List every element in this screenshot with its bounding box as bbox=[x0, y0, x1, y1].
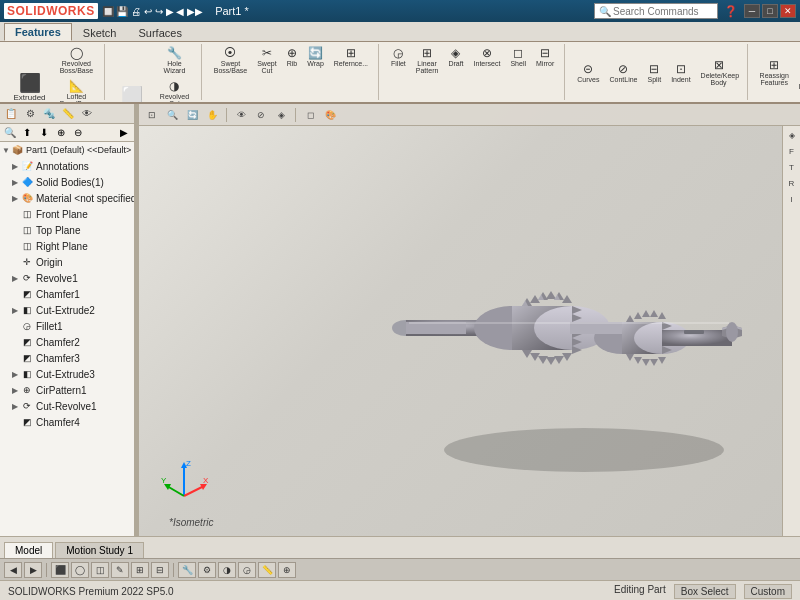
cmd-sep-2 bbox=[173, 563, 174, 577]
vp-zoom-in-btn[interactable]: 🔍 bbox=[163, 107, 181, 123]
tree-icon-1[interactable]: 🔍 bbox=[2, 125, 18, 141]
cmd-btn-5[interactable]: ◫ bbox=[91, 562, 109, 578]
cmd-btn-10[interactable]: ⚙ bbox=[198, 562, 216, 578]
reassign-features-btn[interactable]: ⊞Reassign Features bbox=[756, 56, 793, 88]
swept-cut-btn[interactable]: ✂Swept Cut bbox=[253, 44, 280, 76]
svg-marker-16 bbox=[546, 357, 556, 365]
tree-item-cut-extrude3[interactable]: ▶ ◧ Cut-Extrude3 bbox=[0, 366, 134, 382]
tree-item-chamfer3[interactable]: ◩ Chamfer3 bbox=[0, 350, 134, 366]
tree-item-front-plane[interactable]: ◫ Front Plane bbox=[0, 206, 134, 222]
vp-view-orientation-btn[interactable]: 👁 bbox=[232, 107, 250, 123]
extruded-boss-btn[interactable]: ⬛ ExtrudedBoss/Base bbox=[6, 71, 53, 104]
rp-view-iso[interactable]: I bbox=[785, 192, 799, 206]
swept-boss-btn[interactable]: ⦿Swept Boss/Base bbox=[210, 44, 251, 76]
sidebar-tab-dimxpert[interactable]: 📏 bbox=[59, 105, 77, 123]
cmd-btn-14[interactable]: ⊕ bbox=[278, 562, 296, 578]
tree-icon-5[interactable]: ⊖ bbox=[70, 125, 86, 141]
rp-view-selector[interactable]: ◈ bbox=[785, 128, 799, 142]
delete-keep-body-btn[interactable]: ⊠Delete/Keep Body bbox=[697, 56, 741, 88]
vp-edit-appearance-btn[interactable]: 🎨 bbox=[321, 107, 339, 123]
tree-item-cut-revolve1[interactable]: ▶ ⟳ Cut-Revolve1 bbox=[0, 398, 134, 414]
tab-model[interactable]: Model bbox=[4, 542, 53, 558]
sidebar-tab-config[interactable]: 🔩 bbox=[40, 105, 58, 123]
search-box[interactable]: 🔍 bbox=[594, 3, 718, 19]
tree-item-chamfer4[interactable]: ◩ Chamfer4 bbox=[0, 414, 134, 430]
extruded-cut-btn[interactable]: ⬜ ExtrudedCut bbox=[113, 84, 152, 104]
svg-marker-37 bbox=[634, 357, 642, 364]
revolved-cut-btn[interactable]: ◑Revolved Cut bbox=[154, 77, 195, 104]
tree-icon-2[interactable]: ⬆ bbox=[19, 125, 35, 141]
rp-view-front[interactable]: F bbox=[785, 144, 799, 158]
search-input[interactable] bbox=[613, 6, 713, 17]
svg-rect-49 bbox=[570, 322, 622, 334]
rp-view-top[interactable]: T bbox=[785, 160, 799, 174]
tree-item-cirpattern1[interactable]: ▶ ⊕ CirPattern1 bbox=[0, 382, 134, 398]
sidebar-tab-propmgr[interactable]: ⚙ bbox=[21, 105, 39, 123]
tree-expand-btn[interactable]: ▶ bbox=[116, 125, 132, 141]
curves-btn[interactable]: ⊝Curves bbox=[573, 60, 603, 85]
tree-item-cut-extrude2[interactable]: ▶ ◧ Cut-Extrude2 bbox=[0, 302, 134, 318]
contline-btn[interactable]: ⊘ContLine bbox=[605, 60, 641, 85]
vp-hide-show-btn[interactable]: ◻ bbox=[301, 107, 319, 123]
mirror-btn[interactable]: ⊟Mirror bbox=[532, 44, 558, 76]
maximize-button[interactable]: □ bbox=[762, 4, 778, 18]
lofted-boss-btn[interactable]: 📐Lofted Boss/Base bbox=[55, 77, 98, 104]
tree-item-solid-bodies[interactable]: ▶ 🔷 Solid Bodies(1) bbox=[0, 174, 134, 190]
help-icon[interactable]: ❓ bbox=[724, 5, 738, 18]
cmd-btn-3[interactable]: ⬛ bbox=[51, 562, 69, 578]
tab-motion-study[interactable]: Motion Study 1 bbox=[55, 542, 144, 558]
tree-item-chamfer2[interactable]: ◩ Chamfer2 bbox=[0, 334, 134, 350]
3d-viewport[interactable]: ⊡ 🔍 🔄 ✋ 👁 ⊘ ◈ ◻ 🎨 bbox=[139, 104, 800, 536]
split-btn[interactable]: ⊟Split bbox=[644, 60, 666, 85]
intersect-btn[interactable]: ⊗Intersect bbox=[470, 44, 505, 76]
vp-pan-btn[interactable]: ✋ bbox=[203, 107, 221, 123]
tree-item-revolve1[interactable]: ▶ ⟳ Revolve1 bbox=[0, 270, 134, 286]
tree-icon-4[interactable]: ⊕ bbox=[53, 125, 69, 141]
tree-item-annotations[interactable]: ▶ 📝 Annotations bbox=[0, 158, 134, 174]
cmd-btn-13[interactable]: 📏 bbox=[258, 562, 276, 578]
sidebar-tab-display[interactable]: 👁 bbox=[78, 105, 96, 123]
sidebar-tab-featuretree[interactable]: 📋 bbox=[2, 105, 20, 123]
tree-item-chamfer1[interactable]: ◩ Chamfer1 bbox=[0, 286, 134, 302]
tree-item-origin[interactable]: ✛ Origin bbox=[0, 254, 134, 270]
tree-item-part[interactable]: ▼ 📦 Part1 (Default) <<Default> Display S bbox=[0, 142, 134, 158]
cmd-btn-1[interactable]: ◀ bbox=[4, 562, 22, 578]
cmd-btn-9[interactable]: 🔧 bbox=[178, 562, 196, 578]
feature-manager-sidebar: 📋 ⚙ 🔩 📏 👁 🔍 ⬆ ⬇ ⊕ ⊖ ▶ ▼ 📦 Part1 (Default… bbox=[0, 104, 135, 536]
minimize-button[interactable]: ─ bbox=[744, 4, 760, 18]
tree-item-material[interactable]: ▶ 🎨 Material <not specified> bbox=[0, 190, 134, 206]
vp-section-view-btn[interactable]: ⊘ bbox=[252, 107, 270, 123]
vp-rotate-btn[interactable]: 🔄 bbox=[183, 107, 201, 123]
wrap-btn[interactable]: 🔄Wrap bbox=[303, 44, 328, 76]
draft-btn[interactable]: ◈Draft bbox=[444, 44, 467, 76]
tab-surfaces[interactable]: Surfaces bbox=[128, 24, 193, 41]
status-custom[interactable]: Custom bbox=[744, 584, 792, 599]
hole-wizard-btn[interactable]: 🔧Hole Wizard bbox=[154, 44, 195, 76]
status-box-select[interactable]: Box Select bbox=[674, 584, 736, 599]
tree-item-fillet1[interactable]: ◶ Fillet1 bbox=[0, 318, 134, 334]
shell-btn[interactable]: ◻Shell bbox=[506, 44, 530, 76]
cmd-btn-11[interactable]: ◑ bbox=[218, 562, 236, 578]
tab-features[interactable]: Features bbox=[4, 23, 72, 41]
rib-btn[interactable]: ⊕Rib bbox=[283, 44, 302, 76]
cmd-btn-8[interactable]: ⊟ bbox=[151, 562, 169, 578]
tree-item-top-plane[interactable]: ◫ Top Plane bbox=[0, 222, 134, 238]
vp-display-style-btn[interactable]: ◈ bbox=[272, 107, 290, 123]
fillet-btn[interactable]: ◶Fillet bbox=[387, 44, 410, 76]
tree-icon-3[interactable]: ⬇ bbox=[36, 125, 52, 141]
tree-item-right-plane[interactable]: ◫ Right Plane bbox=[0, 238, 134, 254]
check-active-doc-btn[interactable]: ✔Check Active Document bbox=[795, 53, 800, 92]
cmd-btn-4[interactable]: ◯ bbox=[71, 562, 89, 578]
revolved-boss-btn[interactable]: ◯Revolved Boss/Base bbox=[55, 44, 98, 76]
cmd-btn-6[interactable]: ✎ bbox=[111, 562, 129, 578]
reference-btn[interactable]: ⊞Refernce... bbox=[330, 44, 372, 76]
rp-view-right[interactable]: R bbox=[785, 176, 799, 190]
cmd-btn-12[interactable]: ◶ bbox=[238, 562, 256, 578]
cmd-btn-7[interactable]: ⊞ bbox=[131, 562, 149, 578]
linear-pattern-btn[interactable]: ⊞Linear Pattern bbox=[412, 44, 443, 76]
cmd-btn-2[interactable]: ▶ bbox=[24, 562, 42, 578]
indent-btn[interactable]: ⊡Indent bbox=[667, 60, 694, 85]
vp-zoom-fit-btn[interactable]: ⊡ bbox=[143, 107, 161, 123]
close-button[interactable]: ✕ bbox=[780, 4, 796, 18]
tab-sketch[interactable]: Sketch bbox=[72, 24, 128, 41]
